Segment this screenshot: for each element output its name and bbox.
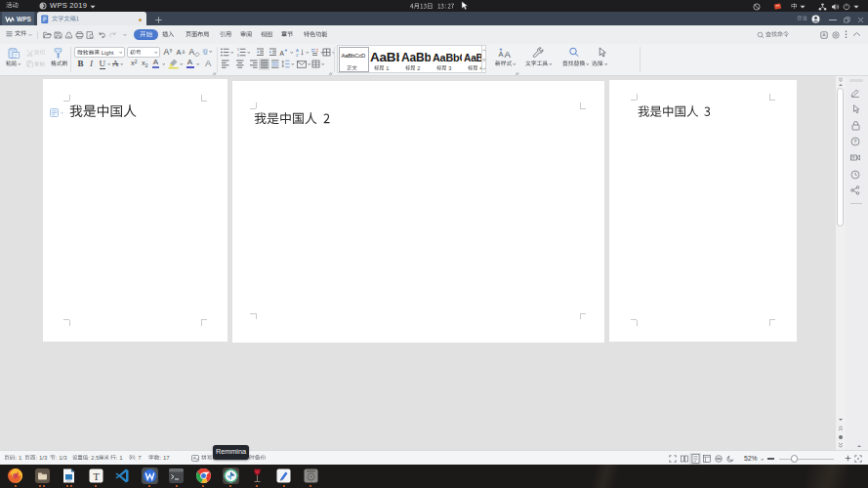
svg-text:A: A bbox=[280, 50, 285, 57]
svg-text:1: 1 bbox=[237, 48, 239, 52]
svg-text:A: A bbox=[505, 49, 512, 59]
svg-text:Z: Z bbox=[296, 53, 299, 58]
svg-text:3: 3 bbox=[237, 54, 239, 57]
svg-text:?: ? bbox=[854, 139, 857, 144]
svg-text:T: T bbox=[93, 469, 100, 481]
